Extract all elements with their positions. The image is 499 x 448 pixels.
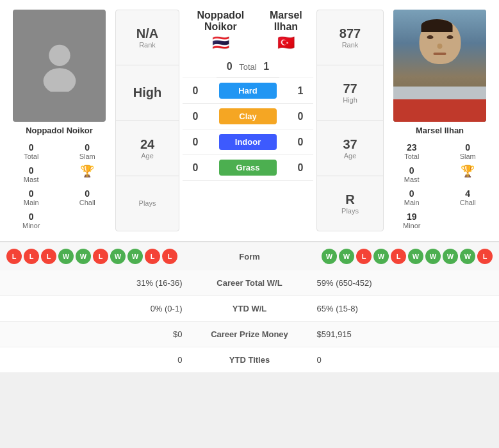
form-badge-l: L [391,249,406,264]
form-badge-l: L [145,249,160,264]
left-rank-block: N/A Rank [116,10,179,65]
form-badge-l: L [93,249,108,264]
left-minor-cell: 0 Minor [6,210,56,231]
form-badge-w: W [110,249,126,264]
player-left-stats: 0 Total 0 Slam 0 Mast 🏆 0 Main [6,140,112,231]
form-badge-l: L [356,249,372,264]
left-stats-card: N/A Rank High 24 Age Plays [115,10,179,231]
left-chall-cell: 0 Chall [63,187,113,208]
form-badge-w: W [322,249,337,264]
form-badges-right: WWLWLWWWWL [322,249,493,264]
left-high-block: High [116,65,179,120]
surface-row-hard: 0 Hard 1 [183,78,313,104]
left-total-cell: 0 Total [6,140,56,162]
right-total-cell: 23 Total [387,140,437,162]
main-container: Noppadol Noikor 0 Total 0 Slam 0 Mast 🏆 [0,0,499,373]
player-left-name: Noppadol Noikor [26,126,93,135]
trophy-icon-right: 🏆 [461,165,475,177]
form-badge-w: W [76,249,91,264]
player-right-photo [393,10,486,122]
left-age-block: 24 Age [116,121,179,176]
right-stats-card: 877 Rank 77 High 37 Age R Plays [316,10,384,231]
form-badge-l: L [162,249,177,264]
surface-row-clay: 0 Clay 0 [183,104,313,129]
form-badge-w: W [373,249,389,264]
right-age-block: 37 Age [317,121,383,176]
player-right-stats: 23 Total 0 Slam 0 Mast 🏆 0 Main [387,140,493,231]
right-trophy-center: 🏆 [443,163,493,185]
right-mast-cell: 0 Mast [387,163,437,185]
form-badge-w: W [58,249,74,264]
svg-point-0 [49,44,70,65]
form-badge-w: W [339,249,354,264]
right-slam-cell: 0 Slam [443,140,493,162]
left-player-name-area: Noppadol Noikor 🇹🇭 [183,10,259,51]
career-stat-row-1: 0% (0-1) YTD W/L 65% (15-8) [0,296,499,322]
surface-rows: 0 Hard 1 0 Clay 0 0 Indoor 0 0 Grass 0 [183,78,313,181]
svg-point-1 [43,68,76,92]
right-rank-block: 877 Rank [317,10,383,65]
player-left-card: Noppadol Noikor 0 Total 0 Slam 0 Mast 🏆 [6,10,112,231]
surface-row-indoor: 0 Indoor 0 [183,129,313,155]
form-badge-l: L [41,249,56,264]
stats-rows: 31% (16-36) Career Total W/L 59% (650-45… [0,270,499,373]
player-right-name: Marsel Ilhan [416,126,464,135]
players-section: Noppadol Noikor 0 Total 0 Slam 0 Mast 🏆 [0,0,499,241]
form-badge-w: W [408,249,423,264]
left-slam-cell: 0 Slam [63,140,113,162]
form-badge-w: W [460,249,475,264]
right-high-block: 77 High [317,65,383,120]
form-label: Form [239,252,260,261]
form-badges-left: LLLWWLWWLL [6,249,177,264]
player-left-photo [13,10,106,122]
form-badge-l: L [6,249,22,264]
left-mast-cell: 0 Mast [6,163,56,185]
right-chall-cell: 4 Chall [443,187,493,208]
left-plays-block: Plays [116,176,179,231]
form-badge-l: L [477,249,493,264]
surface-row-grass: 0 Grass 0 [183,155,313,181]
form-badge-l: L [24,249,39,264]
total-row: 0 Total 1 [217,56,279,78]
left-main-cell: 0 Main [6,187,56,208]
right-plays-block: R Plays [317,176,383,231]
player-right-card: Marsel Ilhan 23 Total 0 Slam 0 Mast 🏆 [387,10,493,231]
career-stat-row-2: $0 Career Prize Money $591,915 [0,322,499,347]
right-main-cell: 0 Main [387,187,437,208]
form-badge-w: W [443,249,458,264]
form-section: LLLWWLWWLL Form WWLWLWWWWL [0,241,499,270]
right-player-name-area: Marsel Ilhan 🇹🇷 [259,10,313,51]
career-stat-row-3: 0 YTD Titles 0 [0,347,499,373]
right-minor-cell: 19 Minor [387,210,437,231]
form-badge-w: W [425,249,441,264]
center-column: Noppadol Noikor 🇹🇭 Marsel Ilhan 🇹🇷 0 Tot… [183,10,313,231]
trophy-icon-left: 🏆 [80,165,94,177]
left-trophy-center: 🏆 [63,163,113,185]
career-stat-row-0: 31% (16-36) Career Total W/L 59% (650-45… [0,270,499,296]
form-badge-w: W [127,249,143,264]
